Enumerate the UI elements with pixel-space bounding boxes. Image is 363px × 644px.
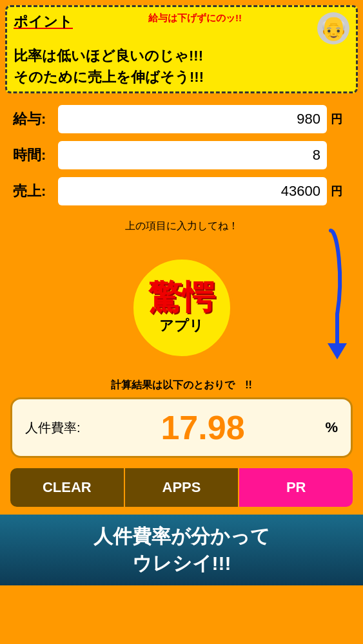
input-section: 給与: 円 時間: 売上: 円 xyxy=(0,99,363,220)
stamp-sub-text: アプリ xyxy=(159,316,204,336)
top-banner: ポイント 給与は下げずにのッ!! 👴 比率は低いほど良いのじゃ!!! そのために… xyxy=(5,5,358,93)
avatar-face: 👴 xyxy=(317,12,349,44)
pr-button[interactable]: PR xyxy=(239,468,353,507)
hours-label: 時間: xyxy=(13,146,58,165)
sales-row: 売上: 円 xyxy=(13,177,350,205)
clear-button[interactable]: CLEAR xyxy=(10,468,124,507)
banner-tagline: 給与は下げずにのッ!! xyxy=(148,12,242,24)
point-label: ポイント xyxy=(14,12,73,32)
button-row: CLEAR APPS PR xyxy=(10,468,353,507)
arrow-icon xyxy=(273,224,350,366)
sales-label: 売上: xyxy=(13,182,58,201)
stamp-area: 驚愕 アプリ xyxy=(0,237,363,379)
bottom-text: 人件費率が分かってウレシイ!!! xyxy=(93,523,270,577)
banner-text-line1: 比率は低いほど良いのじゃ!!! xyxy=(14,47,349,66)
stamp-circle: 驚愕 アプリ xyxy=(130,256,233,359)
result-hint: 計算結果は以下のとおりで !! xyxy=(0,379,363,392)
result-value: 17.98 xyxy=(81,408,326,447)
salary-label: 給与: xyxy=(13,109,58,129)
banner-text-line2: そのために売上を伸ばそう!!! xyxy=(14,68,349,87)
bottom-text-content: 人件費率が分かってウレシイ!!! xyxy=(93,526,270,574)
result-label: 人件費率: xyxy=(25,419,81,437)
bottom-banner: 人件費率が分かってウレシイ!!! xyxy=(0,515,363,585)
result-unit: % xyxy=(325,419,338,436)
salary-unit: 円 xyxy=(331,111,350,127)
hours-input[interactable] xyxy=(58,141,327,169)
stamp-main-text: 驚愕 xyxy=(148,280,215,314)
svg-marker-0 xyxy=(328,343,347,359)
salary-row: 給与: 円 xyxy=(13,105,350,133)
avatar: 👴 xyxy=(317,12,349,44)
result-box: 人件費率: 17.98 % xyxy=(10,397,353,458)
apps-button[interactable]: APPS xyxy=(124,468,240,507)
sales-unit: 円 xyxy=(331,184,350,199)
hours-row: 時間: xyxy=(13,141,350,169)
sales-input[interactable] xyxy=(58,177,327,205)
salary-input[interactable] xyxy=(58,105,327,133)
